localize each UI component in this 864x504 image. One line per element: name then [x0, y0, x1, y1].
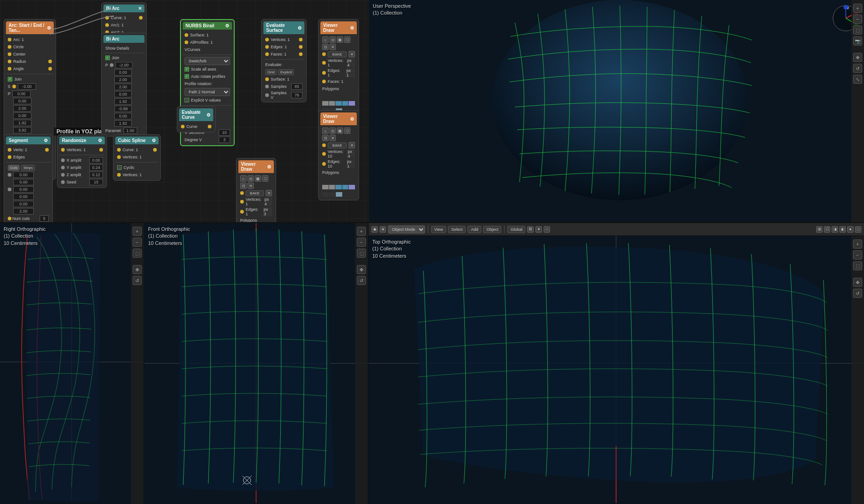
- degreev-input[interactable]: [219, 137, 230, 143]
- biarc-val8[interactable]: [114, 120, 132, 127]
- node-editor[interactable]: Arc: Start / End / Tan... ⚙ Arc: 1 Circl…: [0, 0, 864, 222]
- top-move-icon[interactable]: ✥: [853, 278, 862, 287]
- biarc-val5[interactable]: [114, 98, 132, 105]
- seg-val5[interactable]: [13, 201, 34, 207]
- tb-xray-icon[interactable]: ☐: [824, 226, 830, 233]
- vd3-icon4[interactable]: ⬡: [262, 175, 268, 182]
- samplesv-input[interactable]: [291, 92, 303, 98]
- val1-input[interactable]: [13, 98, 31, 104]
- vd2-icon1[interactable]: ☼: [322, 127, 329, 134]
- top-rotate-icon[interactable]: ↺: [853, 289, 862, 298]
- vd3-icon3[interactable]: ▦: [255, 175, 261, 182]
- vd2-icon5[interactable]: ⊡: [322, 135, 329, 141]
- front-zoom-out[interactable]: −: [357, 238, 366, 247]
- val4-input[interactable]: [13, 120, 31, 126]
- tb-snap-icon[interactable]: ✦: [535, 226, 542, 233]
- strip-zoom-out[interactable]: −: [853, 15, 862, 24]
- z-amplit-input[interactable]: [89, 172, 103, 178]
- cuts-btn[interactable]: Cuts: [8, 165, 20, 171]
- vd1-icon1[interactable]: ☼: [322, 36, 329, 43]
- biarc-val3[interactable]: [114, 84, 132, 90]
- num-cuts-input[interactable]: [40, 215, 49, 222]
- vd2-icon6[interactable]: ✕: [329, 135, 336, 141]
- front-view-icon[interactable]: ⬚: [357, 249, 366, 258]
- steps-btn[interactable]: Steps: [21, 165, 35, 171]
- seg-val2[interactable]: [13, 179, 34, 185]
- explicit-btn[interactable]: Explicit: [278, 69, 294, 75]
- right-zoom-in[interactable]: +: [133, 227, 142, 236]
- tb-overlay-icon[interactable]: ⊞: [816, 226, 823, 233]
- evaluate-curve-node[interactable]: Evaluate Curve ⚙ Curve: [177, 106, 216, 132]
- strip-perspective[interactable]: ⬚: [853, 25, 862, 35]
- val5-input[interactable]: [13, 127, 31, 133]
- seg-val3[interactable]: [13, 186, 34, 193]
- segment-node[interactable]: Segment ⚙ Verts: 1 Edges Cuts Steps: [4, 134, 53, 222]
- tb-shade1[interactable]: ◑: [832, 226, 838, 233]
- object-mode-select[interactable]: Object Mode: [388, 225, 425, 234]
- top-view-icon[interactable]: ⬚: [853, 261, 862, 270]
- viewer-draw-2-node[interactable]: Viewer Draw ⚙ ☼ ◎ ▦ ⬡ ⊡ ✕ BAKE ✕: [318, 110, 359, 200]
- vd2-icon3[interactable]: ▦: [337, 127, 343, 134]
- perspective-viewport[interactable]: User Perspective (1) Collection X Y: [369, 0, 864, 222]
- vd1-icon4[interactable]: ⬡: [344, 36, 350, 43]
- s-input[interactable]: [18, 83, 36, 90]
- tb-shade4[interactable]: ◌: [855, 226, 861, 233]
- vd2-bake-btn[interactable]: BAKE: [328, 143, 347, 148]
- strip-zoom-in[interactable]: +: [853, 4, 862, 13]
- vd2-icon4[interactable]: ⬡: [344, 127, 350, 134]
- viewer-draw-1-node[interactable]: Viewer Draw ⚙ ☼ ◎ ▦ ⬡ ⊡ ✕ BAKE ✕: [318, 19, 359, 117]
- join-check[interactable]: ✓: [8, 77, 12, 81]
- top-zoom-out[interactable]: −: [853, 250, 862, 260]
- vd1-x-btn[interactable]: ✕: [349, 51, 355, 57]
- top-ortho-viewport[interactable]: ◉ ⊕ Object Mode View Select Add Object G…: [369, 223, 864, 504]
- scale-check[interactable]: ✓: [185, 67, 189, 71]
- cubic-spline-node[interactable]: Cubic Spline ⚙ Curve: 1 Vertices: 1 □ Cy…: [113, 134, 161, 181]
- vd2-icon2[interactable]: ◎: [329, 127, 336, 134]
- x-amplit-input[interactable]: [89, 157, 103, 163]
- evaluate-surface-node[interactable]: Evaluate Surface ⚙ Vertices: 1 Edges: 1 …: [261, 19, 307, 102]
- seg-val1[interactable]: [13, 172, 34, 178]
- paramet-input[interactable]: [123, 127, 137, 134]
- val3-input[interactable]: [13, 112, 31, 119]
- front-zoom-in[interactable]: +: [357, 227, 366, 236]
- right-rotate-icon[interactable]: ↺: [133, 276, 142, 285]
- right-view-icon[interactable]: ⬚: [133, 249, 142, 258]
- global-btn[interactable]: Global: [507, 226, 525, 233]
- strip-move[interactable]: ✥: [853, 53, 862, 62]
- swetchok-select[interactable]: Swetchok: [185, 57, 230, 65]
- strip-scale[interactable]: ⤡: [853, 75, 862, 84]
- cyclic-check[interactable]: □: [117, 165, 122, 170]
- biarc-val1[interactable]: [114, 69, 132, 76]
- top-zoom-in[interactable]: +: [853, 239, 862, 249]
- vd3-icon2[interactable]: ◎: [247, 175, 254, 182]
- auto-check[interactable]: ✓: [185, 74, 189, 79]
- explicit-check[interactable]: □: [185, 98, 189, 102]
- right-move-icon[interactable]: ✥: [133, 265, 142, 274]
- vd1-icon2[interactable]: ◎: [329, 36, 336, 43]
- right-ortho-viewport[interactable]: Right Orthographic (1) Collection 10 Cen…: [0, 223, 144, 504]
- samples-input[interactable]: [291, 83, 303, 90]
- biarc-val4[interactable]: [114, 91, 132, 97]
- tb-icon1[interactable]: ◉: [371, 226, 378, 233]
- grid-btn[interactable]: Grid: [265, 69, 277, 75]
- seg-val6[interactable]: [13, 208, 34, 214]
- randomize-node[interactable]: Randomize ⚙ Vertices: 1 X amplit Y ampli…: [57, 134, 107, 188]
- vd3-icon6[interactable]: ✕: [247, 183, 254, 189]
- bi-arc-close-icon[interactable]: ✕: [138, 6, 142, 11]
- vd2-x-btn[interactable]: ✕: [349, 142, 355, 148]
- select-btn[interactable]: Select: [448, 226, 466, 233]
- vd3-icon1[interactable]: ☼: [240, 175, 247, 182]
- p-input[interactable]: [12, 91, 31, 97]
- tb-link-icon[interactable]: ⛓: [527, 226, 534, 233]
- vd1-icon5[interactable]: ⊡: [322, 44, 329, 50]
- join-check2[interactable]: ✓: [105, 56, 110, 60]
- val2-input[interactable]: [13, 105, 31, 112]
- path2normal-select[interactable]: Path 2 Normal: [185, 88, 230, 96]
- strip-camera[interactable]: 📷: [853, 36, 862, 46]
- vd3-bake-btn[interactable]: BAKE: [246, 190, 264, 196]
- add-btn[interactable]: Add: [468, 226, 481, 233]
- tb-prop-icon[interactable]: ○: [544, 226, 550, 233]
- viewer-draw-3-node[interactable]: Viewer Draw ⚙ ☼ ◎ ▦ ⬡ ⊡ ✕ BAKE ✕: [236, 158, 276, 222]
- right-zoom-out[interactable]: −: [133, 238, 142, 247]
- vd1-bake-btn[interactable]: BAKE: [328, 51, 347, 57]
